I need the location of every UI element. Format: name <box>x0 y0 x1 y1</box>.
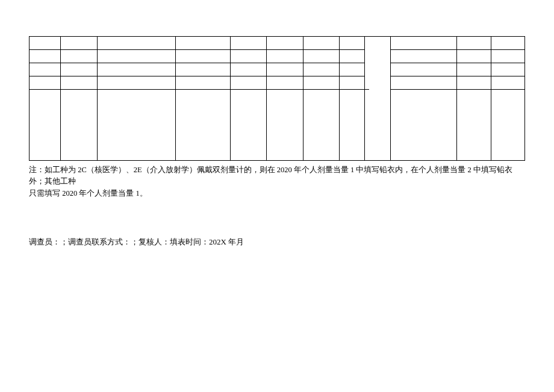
sep: ； <box>60 237 68 246</box>
footnote-line2: 只需填写 2020 年个人剂量当量 1。 <box>29 189 148 198</box>
investigator-label: 调查员： <box>29 237 60 246</box>
data-table <box>29 36 525 161</box>
table-row <box>30 37 525 50</box>
form-footer: 调查员：；调查员联系方式：；复核人：填表时间：202X 年月 <box>29 237 525 247</box>
table-row <box>30 90 525 161</box>
table-row <box>30 63 525 76</box>
footnote-line1: 注：如工种为 2C（核医学）、2E（介入放射学）佩戴双剂量计的，则在 2020 … <box>29 166 512 185</box>
sep: ； <box>131 237 138 246</box>
table-row <box>30 76 525 90</box>
reviewer-label: 复核人： <box>138 237 170 246</box>
filltime-value: 202X 年月 <box>209 237 244 246</box>
contact-label: 调查员联系方式： <box>68 237 131 246</box>
table-footnote: 注：如工种为 2C（核医学）、2E（介入放射学）佩戴双剂量计的，则在 2020 … <box>29 164 525 199</box>
data-table-wrapper <box>29 36 525 161</box>
table-row <box>30 50 525 63</box>
filltime-label: 填表时间： <box>170 237 209 246</box>
